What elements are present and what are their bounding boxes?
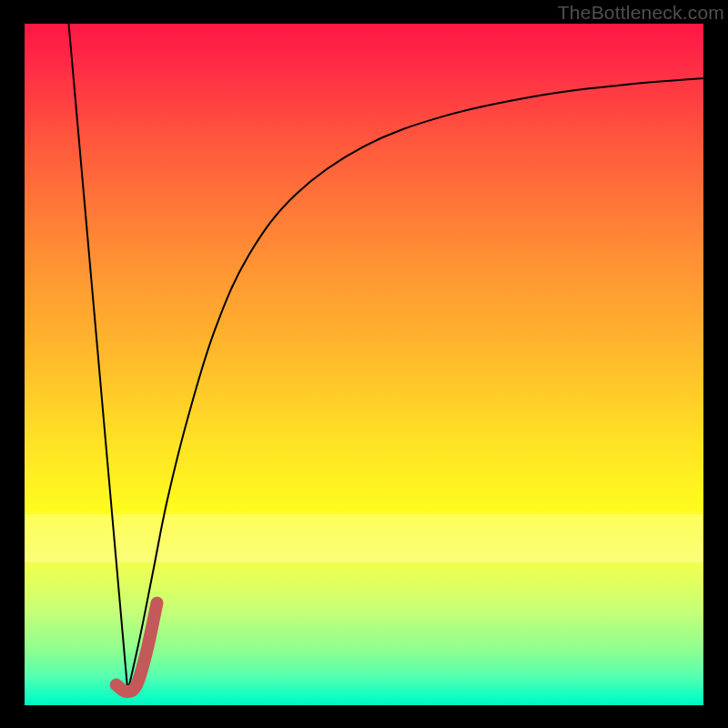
highlight-j xyxy=(116,603,157,692)
left-line xyxy=(68,24,127,692)
curves-svg xyxy=(25,24,703,705)
plot-area xyxy=(25,24,703,705)
chart-frame: TheBottleneck.com xyxy=(0,0,728,728)
watermark-text: TheBottleneck.com xyxy=(558,2,724,23)
right-curve xyxy=(127,78,703,692)
watermark: TheBottleneck.com xyxy=(558,2,724,24)
